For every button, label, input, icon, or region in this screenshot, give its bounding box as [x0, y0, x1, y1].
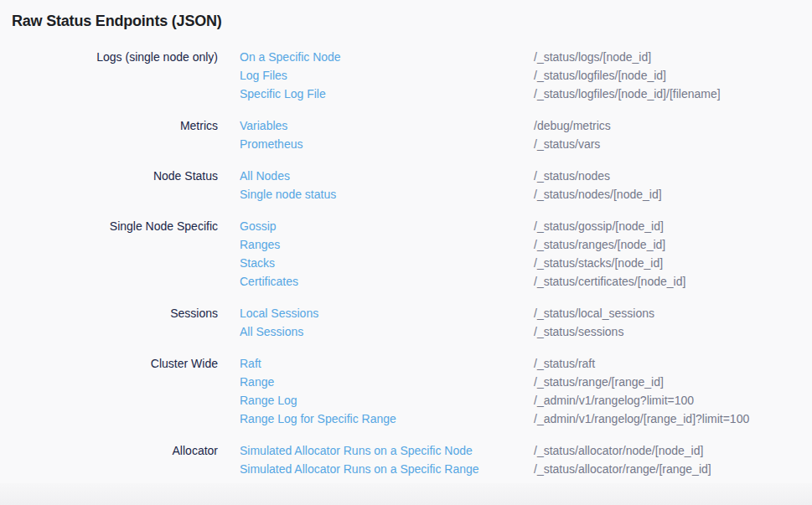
- link-column: On a Specific Node Log Files Specific Lo…: [240, 48, 534, 103]
- endpoint-link-specific-log-file[interactable]: Specific Log File: [240, 85, 534, 103]
- endpoint-link-on-a-specific-node[interactable]: On a Specific Node: [240, 48, 534, 66]
- category-label-metrics: Metrics: [12, 116, 218, 153]
- debug-endpoints-page: Raw Status Endpoints (JSON) Logs (single…: [0, 0, 812, 478]
- endpoint-link-all-nodes[interactable]: All Nodes: [240, 167, 534, 185]
- page-title: Raw Status Endpoints (JSON): [12, 12, 800, 30]
- category-label-node-status: Node Status: [12, 167, 218, 204]
- link-column: Raft Range Range Log Range Log for Speci…: [240, 354, 534, 428]
- path-column: /_status/gossip/[node_id] /_status/range…: [534, 217, 800, 291]
- endpoint-link-ranges[interactable]: Ranges: [240, 235, 534, 254]
- link-column: Variables Prometheus: [240, 116, 534, 153]
- link-column: All Nodes Single node status: [240, 167, 534, 204]
- endpoint-group-allocator: Allocator Simulated Allocator Runs on a …: [12, 441, 800, 478]
- endpoint-link-range[interactable]: Range: [240, 373, 534, 391]
- endpoint-group-node-status: Node Status All Nodes Single node status…: [12, 167, 800, 204]
- path-column: /_status/allocator/node/[node_id] /_stat…: [534, 441, 800, 478]
- endpoint-path: /debug/metrics: [534, 116, 800, 135]
- endpoint-path: /_status/sessions: [534, 322, 800, 341]
- category-label-allocator: Allocator: [12, 441, 218, 478]
- endpoint-path: /_admin/v1/rangelog?limit=100: [534, 391, 800, 410]
- link-column: Gossip Ranges Stacks Certificates: [240, 217, 534, 291]
- endpoint-group-cluster-wide: Cluster Wide Raft Range Range Log Range …: [12, 354, 800, 428]
- endpoint-path: /_status/certificates/[node_id]: [534, 272, 800, 291]
- link-column: Local Sessions All Sessions: [240, 304, 534, 341]
- endpoint-group-metrics: Metrics Variables Prometheus /debug/metr…: [12, 116, 800, 153]
- endpoint-path: /_status/logfiles/[node_id]/[filename]: [534, 85, 800, 103]
- endpoint-link-all-sessions[interactable]: All Sessions: [240, 322, 534, 341]
- category-label-logs: Logs (single node only): [12, 48, 218, 103]
- endpoint-path: /_status/raft: [534, 354, 800, 373]
- endpoint-link-log-files[interactable]: Log Files: [240, 66, 534, 85]
- path-column: /_status/local_sessions /_status/session…: [534, 304, 800, 341]
- endpoint-link-raft[interactable]: Raft: [240, 354, 534, 373]
- endpoint-link-simulated-allocator-range[interactable]: Simulated Allocator Runs on a Specific R…: [240, 460, 534, 478]
- link-column: Simulated Allocator Runs on a Specific N…: [240, 441, 534, 478]
- endpoint-path: /_status/allocator/range/[range_id]: [534, 460, 800, 478]
- endpoint-group-sessions: Sessions Local Sessions All Sessions /_s…: [12, 304, 800, 341]
- endpoint-link-simulated-allocator-node[interactable]: Simulated Allocator Runs on a Specific N…: [240, 441, 534, 460]
- path-column: /_status/raft /_status/range/[range_id] …: [534, 354, 800, 428]
- category-label-single-node-specific: Single Node Specific: [12, 217, 218, 291]
- endpoint-link-range-log[interactable]: Range Log: [240, 391, 534, 410]
- endpoint-path: /_status/logfiles/[node_id]: [534, 66, 800, 85]
- endpoint-link-range-log-for-specific-range[interactable]: Range Log for Specific Range: [240, 410, 534, 428]
- endpoint-path: /_status/ranges/[node_id]: [534, 235, 800, 254]
- category-label-sessions: Sessions: [12, 304, 218, 341]
- endpoint-link-stacks[interactable]: Stacks: [240, 254, 534, 272]
- endpoint-path: /_status/nodes: [534, 167, 800, 185]
- endpoint-path: /_status/vars: [534, 135, 800, 153]
- endpoint-link-gossip[interactable]: Gossip: [240, 217, 534, 235]
- endpoint-path: /_status/stacks/[node_id]: [534, 254, 800, 272]
- footer-strip: [0, 483, 812, 505]
- path-column: /_status/nodes /_status/nodes/[node_id]: [534, 167, 800, 204]
- category-label-cluster-wide: Cluster Wide: [12, 354, 218, 428]
- endpoint-path: /_admin/v1/rangelog/[range_id]?limit=100: [534, 410, 800, 428]
- endpoint-link-certificates[interactable]: Certificates: [240, 272, 534, 291]
- endpoint-path: /_status/allocator/node/[node_id]: [534, 441, 800, 460]
- endpoint-path: /_status/local_sessions: [534, 304, 800, 322]
- endpoint-path: /_status/logs/[node_id]: [534, 48, 800, 66]
- endpoint-path: /_status/gossip/[node_id]: [534, 217, 800, 235]
- endpoint-path: /_status/nodes/[node_id]: [534, 185, 800, 204]
- endpoint-link-single-node-status[interactable]: Single node status: [240, 185, 534, 204]
- endpoint-group-logs: Logs (single node only) On a Specific No…: [12, 48, 800, 103]
- endpoint-link-variables[interactable]: Variables: [240, 116, 534, 135]
- endpoint-group-single-node-specific: Single Node Specific Gossip Ranges Stack…: [12, 217, 800, 291]
- path-column: /_status/logs/[node_id] /_status/logfile…: [534, 48, 800, 103]
- endpoint-link-prometheus[interactable]: Prometheus: [240, 135, 534, 153]
- endpoint-link-local-sessions[interactable]: Local Sessions: [240, 304, 534, 322]
- endpoint-path: /_status/range/[range_id]: [534, 373, 800, 391]
- path-column: /debug/metrics /_status/vars: [534, 116, 800, 153]
